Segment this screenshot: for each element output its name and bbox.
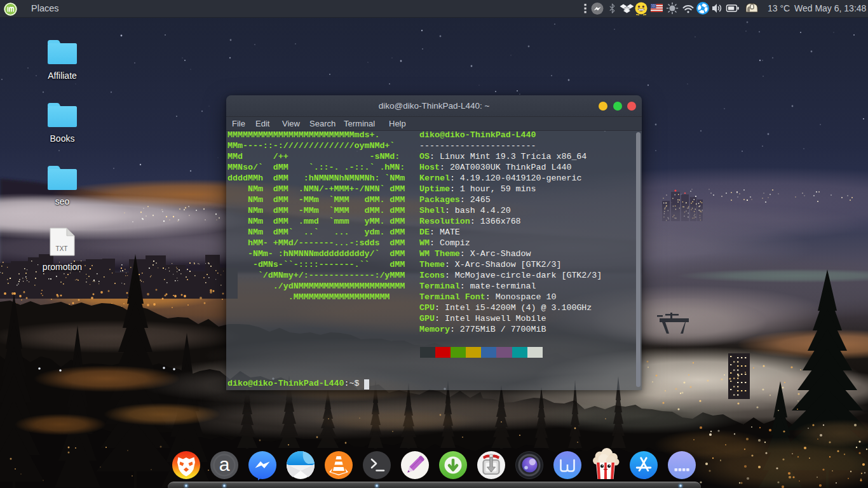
svg-text:a: a xyxy=(219,454,230,475)
svg-text:Wed May 6, 13:48: Wed May 6, 13:48 xyxy=(794,3,867,13)
svg-text:13 °C: 13 °C xyxy=(768,3,790,13)
svg-text:TXT: TXT xyxy=(56,245,68,252)
